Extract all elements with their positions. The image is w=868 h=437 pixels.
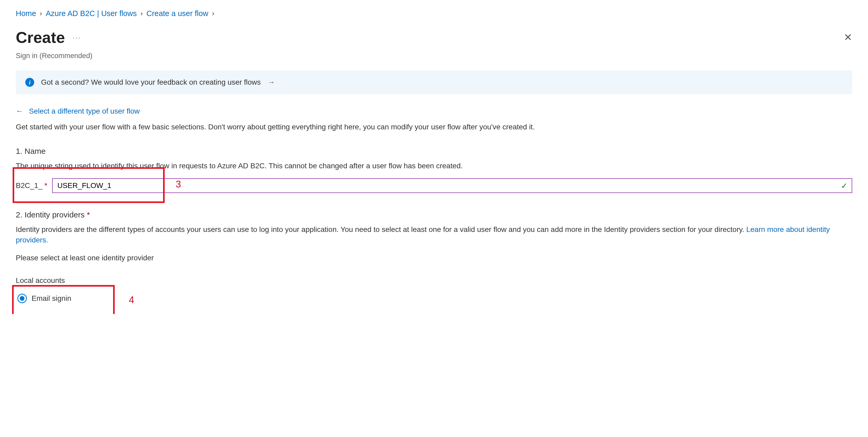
chevron-right-icon: › (40, 8, 42, 19)
breadcrumb-userflows[interactable]: Azure AD B2C | User flows (46, 8, 137, 20)
idp-instruction: Please select at least one identity prov… (16, 252, 852, 263)
feedback-text: Got a second? We would love your feedbac… (41, 77, 261, 88)
annotation-label-3: 3 (176, 177, 181, 191)
close-icon[interactable]: ✕ (844, 30, 852, 45)
arrow-right-icon: → (268, 77, 275, 88)
back-link[interactable]: Select a different type of user flow (29, 106, 140, 117)
page-subtitle: Sign in (Recommended) (16, 51, 852, 61)
intro-text: Get started with your user flow with a f… (16, 122, 852, 132)
breadcrumb: Home › Azure AD B2C | User flows › Creat… (16, 8, 852, 20)
breadcrumb-create[interactable]: Create a user flow (147, 8, 208, 20)
page-title-row: Create ··· ✕ (16, 26, 852, 50)
section-idp-description: Identity providers are the different typ… (16, 224, 852, 246)
feedback-banner[interactable]: i Got a second? We would love your feedb… (16, 70, 852, 94)
user-flow-name-input[interactable] (52, 178, 852, 193)
arrow-left-icon[interactable]: ← (16, 106, 23, 117)
section-idp-heading: 2. Identity providers * (16, 209, 852, 221)
section-name-heading: 1. Name (16, 145, 852, 157)
local-accounts-label: Local accounts (16, 275, 852, 286)
chevron-right-icon: › (141, 8, 143, 19)
info-icon: i (25, 78, 34, 87)
radio-email-label: Email signin (32, 293, 71, 304)
radio-icon (18, 294, 27, 303)
section-name-description: The unique string used to identify this … (16, 161, 852, 171)
breadcrumb-home[interactable]: Home (16, 8, 36, 20)
name-prefix-label: B2C_1_ * (16, 180, 48, 191)
radio-email-signin[interactable]: Email signin (16, 293, 73, 304)
annotation-label-4: 4 (129, 293, 134, 307)
checkmark-icon: ✓ (841, 180, 847, 191)
back-link-row: ← Select a different type of user flow (16, 106, 852, 117)
more-menu-icon[interactable]: ··· (73, 33, 81, 42)
chevron-right-icon: › (212, 8, 214, 19)
page-title: Create (16, 26, 65, 50)
